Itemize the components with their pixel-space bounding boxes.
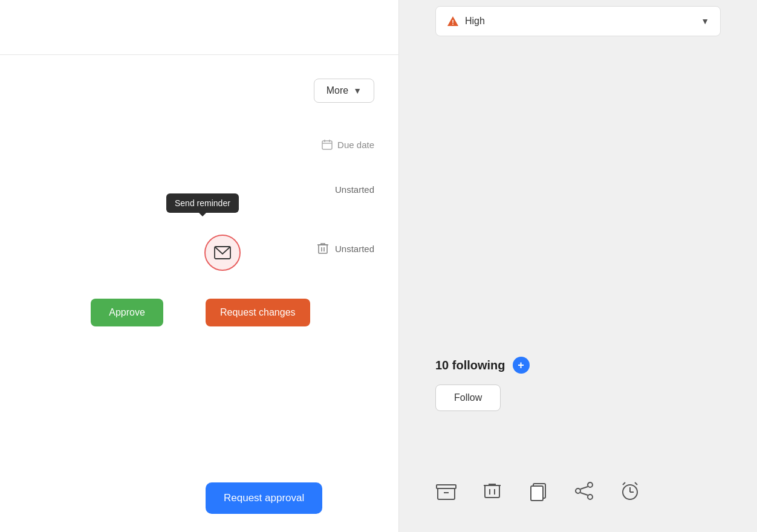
svg-point-18 bbox=[576, 488, 580, 493]
email-icon bbox=[214, 246, 231, 259]
approve-button[interactable]: Approve bbox=[91, 299, 163, 326]
unstarted-label-2: Unstarted bbox=[335, 244, 374, 254]
svg-point-17 bbox=[588, 482, 593, 487]
alarm-icon[interactable] bbox=[619, 480, 641, 502]
bottom-icons bbox=[399, 480, 757, 502]
calendar-icon bbox=[322, 139, 333, 150]
copy-icon[interactable] bbox=[527, 480, 549, 502]
send-reminder-button[interactable] bbox=[204, 235, 241, 271]
svg-text:!: ! bbox=[452, 19, 454, 26]
add-follower-button[interactable]: + bbox=[513, 357, 530, 374]
following-count: 10 following bbox=[435, 358, 505, 372]
svg-rect-16 bbox=[531, 486, 543, 501]
due-date-label: Due date bbox=[337, 140, 374, 150]
share-icon[interactable] bbox=[573, 480, 595, 502]
svg-line-20 bbox=[580, 487, 588, 489]
divider bbox=[0, 54, 398, 55]
more-button-label: More bbox=[327, 85, 348, 96]
trash-icon[interactable] bbox=[481, 480, 503, 502]
right-panel: ! High ▼ 10 following + Follow bbox=[399, 0, 757, 532]
left-panel: More ▼ Due date Unstarted Send reminder bbox=[0, 0, 399, 532]
svg-rect-5 bbox=[319, 245, 327, 253]
more-button-area: More ▼ bbox=[314, 79, 374, 103]
svg-rect-12 bbox=[485, 485, 499, 498]
priority-label: High bbox=[465, 16, 485, 27]
send-reminder-tooltip: Send reminder bbox=[166, 193, 239, 213]
request-changes-button[interactable]: Request changes bbox=[206, 299, 310, 326]
trash-icon-row2[interactable] bbox=[317, 242, 329, 255]
unstarted-label-1: Unstarted bbox=[335, 184, 374, 195]
svg-rect-10 bbox=[437, 485, 456, 488]
svg-line-26 bbox=[635, 482, 637, 485]
svg-line-21 bbox=[580, 493, 588, 495]
due-date-area[interactable]: Due date bbox=[322, 139, 374, 150]
request-approval-button[interactable]: Request approval bbox=[206, 482, 322, 514]
following-section: 10 following + Follow bbox=[399, 357, 757, 411]
following-header: 10 following + bbox=[435, 357, 721, 374]
svg-point-19 bbox=[588, 495, 593, 499]
chevron-down-icon: ▼ bbox=[353, 86, 362, 96]
tooltip-container: Send reminder bbox=[166, 193, 239, 218]
priority-dropdown[interactable]: ! High ▼ bbox=[435, 6, 721, 36]
unstarted-row-1: Unstarted bbox=[335, 184, 374, 195]
warning-triangle-icon: ! bbox=[447, 15, 459, 27]
priority-chevron-icon: ▼ bbox=[701, 16, 709, 26]
svg-line-25 bbox=[623, 482, 625, 485]
unstarted-row-2: Unstarted bbox=[317, 242, 374, 255]
archive-icon[interactable] bbox=[435, 480, 457, 502]
follow-button[interactable]: Follow bbox=[435, 384, 501, 411]
more-button[interactable]: More ▼ bbox=[314, 79, 374, 103]
svg-rect-0 bbox=[322, 141, 332, 149]
